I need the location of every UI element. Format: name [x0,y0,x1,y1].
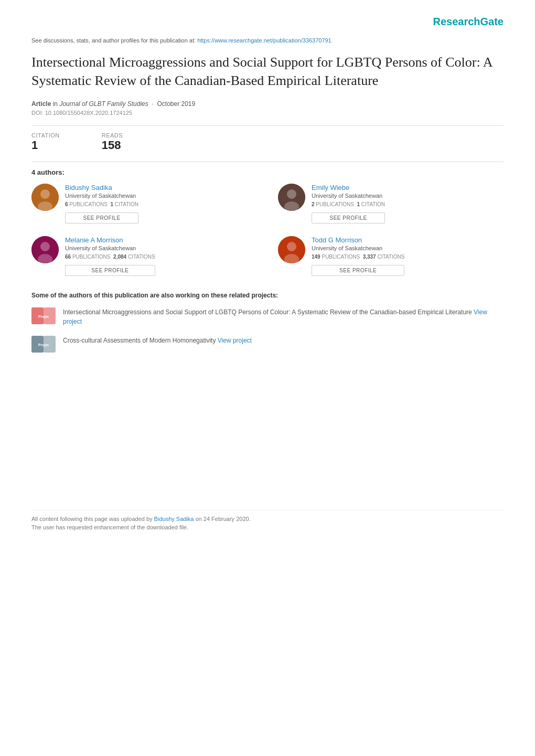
project-item: Projm Cross-cultural Assessments of Mode… [31,336,504,353]
author-affiliation: University of Saskatchewan [65,193,138,199]
author-info: Bidushy SadikaUniversity of Saskatchewan… [65,184,138,223]
author-affiliation: University of Saskatchewan [312,245,404,251]
author-affiliation: University of Saskatchewan [312,193,385,199]
footer-section: All content following this page was uplo… [31,510,504,530]
author-name[interactable]: Emily Wiebe [312,184,385,191]
author-stats: 2 PUBLICATIONS 1 CITATION [312,201,385,207]
author-name[interactable]: Todd G Morrison [312,236,404,244]
project-text: Intersectional Microaggressions and Soci… [63,307,504,326]
footer-suffix: on 24 February 2020. [196,516,251,522]
authors-divider [31,162,504,162]
reads-stat: READS 158 [102,132,123,152]
author-card: Emily WiebeUniversity of Saskatchewan2 P… [278,184,504,223]
top-bar: ResearchGate [31,16,504,28]
publication-link[interactable]: https://www.researchgate.net/publication… [197,37,331,44]
related-heading: Some of the authors of this publication … [31,292,504,299]
footer-prefix: All content following this page was uplo… [31,516,153,522]
stats-divider [31,125,504,126]
uploader-link[interactable]: Bidushy Sadika [154,516,194,522]
see-profile-button[interactable]: SEE PROFILE [312,212,385,223]
author-avatar [278,236,305,263]
project-thumbnail: Projm [31,336,56,353]
view-project-link[interactable]: View project [218,337,252,344]
project-thumbnail: Projm [31,307,56,324]
author-avatar [31,236,59,263]
authors-section: 4 authors: Bidushy SadikaUniversity of S… [31,168,504,276]
article-type: Article [31,100,51,108]
article-date: October 2019 [157,100,195,108]
reads-value: 158 [102,139,123,152]
author-card: Todd G MorrisonUniversity of Saskatchewa… [278,236,504,276]
author-avatar [31,184,59,211]
see-discussions-text: See discussions, stats, and author profi… [31,37,196,44]
footer-line1: All content following this page was uplo… [31,516,504,522]
author-stats: 149 PUBLICATIONS 3,337 CITATIONS [312,254,404,260]
footer-line2: The user has requested enhancement of th… [31,524,504,530]
author-card: Bidushy SadikaUniversity of Saskatchewan… [31,184,257,223]
author-stats: 6 PUBLICATIONS 1 CITATION [65,201,138,207]
view-project-link[interactable]: View project [63,308,487,325]
stats-row: CITATION 1 READS 158 [31,132,504,152]
reads-label: READS [102,132,123,139]
see-profile-button[interactable]: SEE PROFILE [65,265,155,276]
project-item: Projm Intersectional Microaggressions an… [31,307,504,326]
brand-name: ResearchGate [433,16,504,28]
related-projects-section: Some of the authors of this publication … [31,292,504,353]
svg-text:Projm: Projm [38,343,49,347]
journal-name: Journal of GLBT Family Studies [59,100,148,108]
citation-value: 1 [31,139,60,152]
article-preposition: in [53,100,58,108]
author-info: Todd G MorrisonUniversity of Saskatchewa… [312,236,404,276]
author-name[interactable]: Melanie A Morrison [65,236,155,244]
svg-point-10 [287,242,296,251]
citation-label: CITATION [31,132,60,139]
author-card: Melanie A MorrisonUniversity of Saskatch… [31,236,257,276]
author-info: Emily WiebeUniversity of Saskatchewan2 P… [312,184,385,223]
article-meta: Article in Journal of GLBT Family Studie… [31,100,504,108]
projects-list: Projm Intersectional Microaggressions an… [31,307,504,353]
see-discussions-notice: See discussions, stats, and author profi… [31,37,504,44]
see-profile-button[interactable]: SEE PROFILE [312,265,404,276]
author-info: Melanie A MorrisonUniversity of Saskatch… [65,236,155,276]
author-name[interactable]: Bidushy Sadika [65,184,138,191]
see-profile-button[interactable]: SEE PROFILE [65,212,138,223]
citation-stat: CITATION 1 [31,132,60,152]
author-avatar [278,184,305,211]
paper-title: Intersectional Microaggressions and Soci… [31,53,504,90]
authors-grid: Bidushy SadikaUniversity of Saskatchewan… [31,184,504,276]
svg-point-1 [40,189,50,199]
author-stats: 66 PUBLICATIONS 2,084 CITATIONS [65,254,155,260]
svg-point-7 [40,242,50,251]
project-text: Cross-cultural Assessments of Modern Hom… [63,336,252,345]
svg-point-4 [287,189,296,199]
doi: DOI: 10.1080/1550428X.2020.1724125 [31,110,504,116]
author-affiliation: University of Saskatchewan [65,245,155,251]
svg-text:Projm: Projm [38,315,49,319]
authors-heading: 4 authors: [31,168,504,176]
